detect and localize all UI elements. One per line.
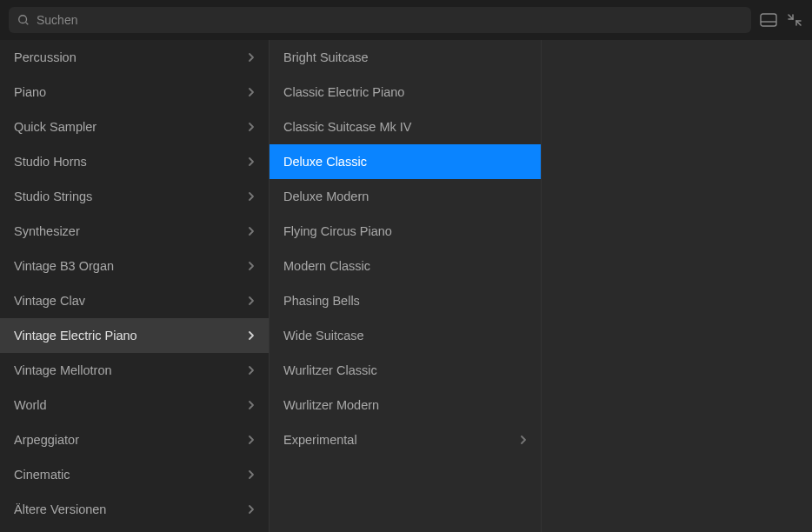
preset-item[interactable]: Bright Suitcase [270,40,541,75]
preset-label: Deluxe Modern [283,190,369,203]
category-item[interactable]: Quick Sampler [0,110,269,144]
preset-label: Bright Suitcase [283,50,369,64]
preset-label: Classic Electric Piano [283,85,404,99]
svg-line-1 [26,23,29,25]
category-label: Percussion [14,50,77,64]
search-input[interactable] [37,13,742,27]
preset-column: Bright SuitcaseClassic Electric PianoCla… [270,40,542,532]
category-item[interactable]: Piano [0,75,269,110]
category-item[interactable]: Studio Horns [0,144,269,179]
category-item[interactable]: World [0,388,269,422]
preset-label: Deluxe Classic [283,155,367,169]
preset-item[interactable]: Modern Classic [270,249,541,283]
chevron-right-icon [248,261,255,271]
svg-rect-2 [761,14,776,26]
detail-column [542,40,812,532]
preset-item[interactable]: Experimental [270,422,541,457]
preset-label: Modern Classic [283,259,370,273]
category-item[interactable]: Vintage Mellotron [0,353,269,388]
chevron-right-icon [248,296,255,306]
category-label: Vintage Clav [14,294,85,308]
preset-label: Wurlitzer Classic [283,363,377,377]
chevron-right-icon [248,122,255,132]
panel-icon[interactable] [760,11,777,29]
preset-label: Classic Suitcase Mk IV [283,120,411,134]
category-item[interactable]: Studio Strings [0,179,269,214]
preset-item[interactable]: Phasing Bells [270,283,541,318]
preset-item[interactable]: Wurlitzer Modern [270,388,541,422]
category-label: Studio Strings [14,190,92,203]
collapse-icon[interactable] [786,11,803,29]
category-item[interactable]: Vintage Electric Piano [0,318,269,353]
category-label: Vintage B3 Organ [14,259,114,273]
category-item[interactable]: Vintage Clav [0,283,269,318]
preset-label: Wide Suitcase [283,329,364,342]
preset-item[interactable]: Deluxe Modern [270,179,541,214]
chevron-right-icon [248,156,255,167]
preset-item[interactable]: Wurlitzer Classic [270,353,541,388]
category-label: Ältere Versionen [14,502,106,516]
preset-item[interactable]: Wide Suitcase [270,318,541,353]
category-item[interactable]: Ältere Versionen [0,492,269,527]
chevron-right-icon [248,191,255,202]
category-label: Vintage Electric Piano [14,329,137,342]
preset-label: Flying Circus Piano [283,224,392,238]
category-label: Quick Sampler [14,120,97,134]
chevron-right-icon [248,226,255,236]
toolbar [0,0,812,40]
chevron-right-icon [248,469,255,480]
preset-item[interactable]: Flying Circus Piano [270,214,541,249]
category-item[interactable]: Arpeggiator [0,422,269,457]
category-item[interactable]: Cinematic [0,457,269,492]
preset-item[interactable]: Deluxe Classic [270,144,541,179]
search-container[interactable] [9,7,751,33]
category-item[interactable]: Vintage B3 Organ [0,249,269,283]
category-label: Studio Horns [14,155,87,169]
category-label: Vintage Mellotron [14,363,112,377]
category-label: Piano [14,85,46,99]
category-item[interactable]: Percussion [0,40,269,75]
chevron-right-icon [248,87,255,97]
preset-item[interactable]: Classic Electric Piano [270,75,541,110]
preset-label: Wurlitzer Modern [283,398,379,412]
chevron-right-icon [520,435,527,445]
category-item[interactable]: Synthesizer [0,214,269,249]
chevron-right-icon [248,52,255,63]
chevron-right-icon [248,330,255,341]
chevron-right-icon [248,365,255,376]
chevron-right-icon [248,504,255,515]
preset-item[interactable]: Classic Suitcase Mk IV [270,110,541,144]
category-label: Cinematic [14,468,70,482]
category-column: PercussionPianoQuick SamplerStudio Horns… [0,40,270,532]
search-icon [17,14,30,26]
category-label: Arpeggiator [14,433,79,447]
category-label: World [14,398,47,412]
chevron-right-icon [248,435,255,445]
svg-point-0 [19,16,27,23]
preset-label: Phasing Bells [283,294,360,308]
preset-label: Experimental [283,433,357,447]
chevron-right-icon [248,400,255,410]
category-label: Synthesizer [14,224,80,238]
browser-columns: PercussionPianoQuick SamplerStudio Horns… [0,40,812,532]
